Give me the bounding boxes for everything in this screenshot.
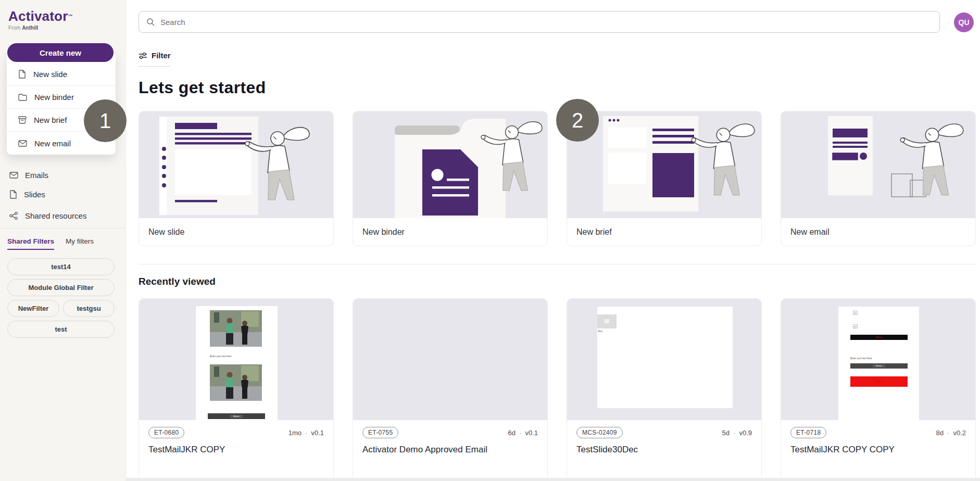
new-email-illustration: [781, 111, 975, 218]
filter-chip[interactable]: test: [7, 321, 115, 338]
doc-id-badge: ET-0755: [362, 427, 398, 438]
annotation-marker-2: 2: [556, 99, 599, 142]
recent-card[interactable]: ET-0755 6d · v0.1 Activator Demo Approve…: [353, 298, 548, 481]
thumb-text: Text: [598, 330, 602, 333]
sidebar-item-slides[interactable]: Slides: [9, 186, 117, 203]
card-footer: ET-0755 6d · v0.1 Activator Demo Approve…: [353, 427, 547, 481]
app-window: Activator™ From Anthill Create new New s…: [0, 0, 980, 481]
filter-underline: [139, 66, 170, 67]
filter-chip[interactable]: Module Global Filter: [7, 279, 115, 296]
doc-title: TestMailJKR COPY: [148, 445, 324, 455]
new-slide-illustration: [139, 111, 333, 218]
broken-image-icon: [853, 324, 858, 328]
doc-age: 8d: [936, 429, 944, 437]
card-new-brief[interactable]: New brief: [567, 111, 762, 246]
menu-item-label: New slide: [33, 70, 67, 79]
doc-age: 6d: [508, 429, 516, 437]
file-icon: [9, 190, 17, 199]
search-icon: [146, 18, 155, 26]
email-thumbnail: Enter your text here Button: [139, 299, 333, 420]
card-label: New email: [790, 218, 966, 246]
sidebar-item-label: Shared resources: [25, 211, 86, 220]
tab-my-filters[interactable]: My filters: [66, 237, 94, 250]
slide-thumbnail: Text: [567, 299, 761, 420]
card-footer: New binder: [353, 218, 547, 246]
doc-title: TestMailJKR COPY COPY: [790, 445, 966, 455]
recent-card[interactable]: Text MCS-02409 5d · v0.9 TestSlide30Dec …: [567, 298, 762, 481]
annotation-marker-1: 1: [84, 99, 127, 142]
sidebar: Activator™ From Anthill Create new New s…: [0, 0, 126, 481]
create-new-button[interactable]: Create new: [7, 43, 114, 62]
thumb-text: Enter your text here: [850, 357, 872, 360]
thumb-button-text: Button: [876, 381, 882, 383]
card-label: New brief: [576, 218, 752, 246]
filter-chip[interactable]: test14: [7, 258, 115, 275]
thumb-button-text: Button: [873, 364, 885, 368]
new-binder-illustration: [353, 111, 547, 218]
recent-card[interactable]: Button Enter your text here Button Butto…: [781, 298, 976, 481]
section-divider: [139, 264, 976, 264]
thumb-button-text: Button: [876, 336, 882, 338]
share-nodes-icon: [9, 212, 18, 220]
horizontal-scrollbar[interactable]: [126, 478, 980, 481]
sidebar-shared-resources: Shared resources: [9, 207, 117, 224]
recent-card[interactable]: Enter your text here Button ET-0680: [139, 298, 334, 481]
folder-icon: [18, 94, 27, 101]
doc-version: v0.1: [311, 429, 324, 437]
card-footer: New email: [781, 218, 975, 246]
card-footer: ET-0718 8d · v0.2 TestMailJKR COPY COPY …: [781, 427, 975, 481]
email-thumbnail: Button Enter your text here Button Butto…: [781, 299, 975, 420]
get-started-row: New slide New binder: [139, 111, 976, 246]
page-title: Lets get started: [139, 78, 266, 97]
sidebar-item-emails[interactable]: Emails: [9, 167, 117, 184]
search-input[interactable]: [160, 18, 932, 27]
envelope-icon: [18, 140, 27, 147]
card-footer: ET-0680 1mo · v0.1 TestMailJKR COPY Draf…: [139, 427, 333, 481]
filter-button-label: Filter: [152, 51, 171, 60]
sidebar-item-shared-resources[interactable]: Shared resources: [9, 207, 117, 224]
thumb-button-text: Button: [230, 415, 243, 418]
thumb-text: Enter your text here: [210, 355, 232, 358]
broken-image-icon: [853, 311, 858, 315]
sidebar-nav: Emails Slides: [9, 167, 117, 203]
envelope-icon: [9, 172, 18, 179]
card-footer: New brief: [567, 218, 761, 246]
card-new-binder[interactable]: New binder: [353, 111, 548, 246]
filter-chip[interactable]: testgsu: [63, 300, 115, 317]
doc-age: 1mo: [288, 429, 301, 437]
menu-item-label: New brief: [34, 116, 67, 124]
doc-title: Activator Demo Approved Email: [362, 445, 538, 455]
doc-title: TestSlide30Dec: [576, 445, 752, 455]
filter-tabs: Shared Filters My filters: [7, 237, 94, 250]
email-thumbnail-empty: [353, 299, 547, 420]
recently-viewed-row: Enter your text here Button ET-0680: [139, 298, 976, 481]
search-bar[interactable]: [139, 11, 940, 33]
doc-id-badge: ET-0718: [790, 427, 826, 438]
menu-item-label: New binder: [34, 93, 74, 102]
recently-viewed-title: Recently viewed: [139, 276, 216, 287]
card-new-slide[interactable]: New slide: [139, 111, 334, 246]
card-footer: MCS-02409 5d · v0.9 TestSlide30Dec Draft…: [567, 427, 761, 481]
app-logo: Activator™ From Anthill: [8, 8, 73, 31]
sidebar-item-label: Slides: [24, 190, 45, 199]
logo-tagline: From Anthill: [8, 25, 73, 31]
doc-version: v0.2: [953, 429, 966, 437]
card-label: New slide: [148, 218, 324, 246]
doc-id-badge: MCS-02409: [576, 427, 623, 438]
avatar[interactable]: QU: [954, 12, 974, 32]
filter-chip-list: test14 Module Global Filter NewFilter te…: [7, 258, 115, 338]
doc-version: v0.1: [525, 429, 538, 437]
menu-item-new-slide[interactable]: New slide: [7, 63, 116, 86]
file-icon: [18, 70, 26, 79]
card-footer: New slide: [139, 218, 333, 246]
card-label: New binder: [362, 218, 538, 246]
filter-button[interactable]: Filter: [139, 51, 171, 60]
menu-item-label: New email: [34, 139, 71, 148]
doc-version: v0.9: [739, 429, 752, 437]
filter-chip[interactable]: NewFilter: [7, 300, 59, 317]
sidebar-item-label: Emails: [25, 171, 48, 180]
doc-age: 5d: [722, 429, 730, 437]
tab-shared-filters[interactable]: Shared Filters: [7, 237, 54, 250]
logo-text: Activator: [8, 8, 68, 24]
card-new-email[interactable]: New email: [781, 111, 976, 246]
